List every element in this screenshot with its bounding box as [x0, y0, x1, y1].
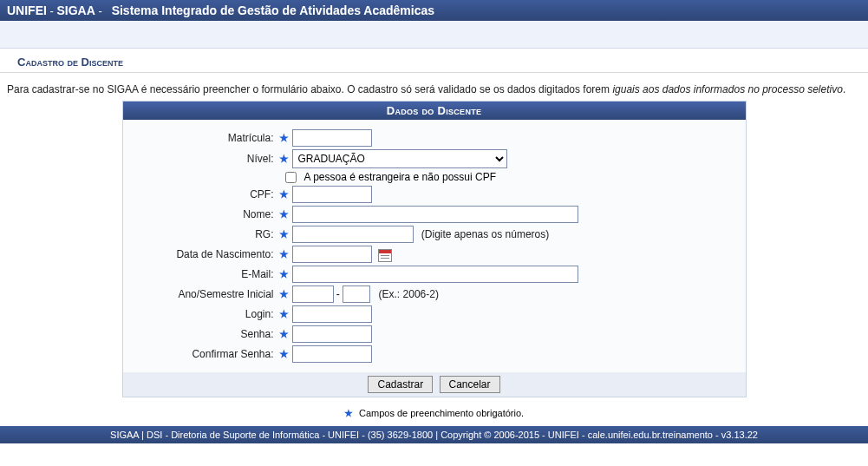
label-csenha: Confirmar Senha:: [132, 348, 279, 360]
org-name: UNIFEI: [7, 3, 47, 17]
ano-input[interactable]: [292, 286, 334, 303]
anosem-sep: -: [336, 288, 340, 300]
page-footer: SIGAA | DSI - Diretoria de Suporte de In…: [0, 426, 868, 443]
required-note: ★ Campos de preenchimento obrigatório.: [0, 397, 868, 426]
system-name: SIGAA: [56, 3, 95, 17]
label-rg: RG:: [132, 228, 279, 240]
system-fullname: Sistema Integrado de Gestão de Atividade…: [112, 3, 434, 17]
label-email: E-Mail:: [132, 268, 279, 280]
section-title: Cadastro de Discente: [0, 49, 868, 73]
rg-hint: (Digite apenas os números): [421, 228, 549, 240]
required-star: ★: [279, 288, 292, 300]
required-star: ★: [279, 208, 292, 220]
required-star: ★: [279, 268, 292, 280]
label-login: Login:: [132, 308, 279, 320]
cpf-input[interactable]: [292, 186, 372, 203]
required-star: ★: [344, 408, 356, 418]
intro-text: Para cadastrar-se no SIGAA é necessário …: [0, 73, 868, 101]
nome-input[interactable]: [292, 206, 578, 223]
estrangeiro-checkbox[interactable]: [285, 172, 297, 183]
sub-header: [0, 21, 868, 49]
label-nivel: Nível:: [132, 153, 279, 165]
label-anosem: Ano/Semestre Inicial: [132, 288, 279, 300]
required-star: ★: [279, 132, 292, 144]
label-matricula: Matrícula:: [132, 132, 279, 144]
nivel-select[interactable]: GRADUAÇÃO: [292, 149, 507, 168]
cancelar-button[interactable]: Cancelar: [440, 376, 500, 393]
page-header: UNIFEI - SIGAA - Sistema Integrado de Ge…: [0, 0, 868, 21]
semestre-input[interactable]: [343, 286, 370, 303]
email-input[interactable]: [292, 266, 578, 283]
anosem-hint: (Ex.: 2006-2): [379, 288, 439, 300]
required-star: ★: [279, 348, 292, 360]
senha-input[interactable]: [292, 325, 372, 343]
calendar-icon[interactable]: [378, 249, 392, 262]
label-estrangeiro: A pessoa é estrangeira e não possui CPF: [304, 171, 496, 183]
label-senha: Senha:: [132, 328, 279, 340]
required-star: ★: [279, 308, 292, 320]
label-nasc: Data de Nascimento:: [132, 248, 279, 260]
header-sep: -: [98, 4, 101, 17]
label-nome: Nome:: [132, 208, 279, 220]
required-star: ★: [279, 153, 292, 165]
required-star: ★: [279, 228, 292, 240]
form-container: Dados do Discente Matrícula: ★ Nível: ★ …: [122, 101, 747, 397]
login-input[interactable]: [292, 305, 372, 323]
nascimento-input[interactable]: [292, 246, 372, 263]
rg-input[interactable]: [292, 226, 414, 243]
required-star: ★: [279, 248, 292, 260]
confirmar-senha-input[interactable]: [292, 345, 372, 363]
form-title: Dados do Discente: [123, 102, 746, 120]
label-cpf: CPF:: [132, 188, 279, 200]
matricula-input[interactable]: [292, 129, 372, 147]
required-star: ★: [279, 188, 292, 200]
cadastrar-button[interactable]: Cadastrar: [368, 376, 433, 393]
header-sep: -: [50, 4, 54, 17]
required-star: ★: [279, 328, 292, 340]
